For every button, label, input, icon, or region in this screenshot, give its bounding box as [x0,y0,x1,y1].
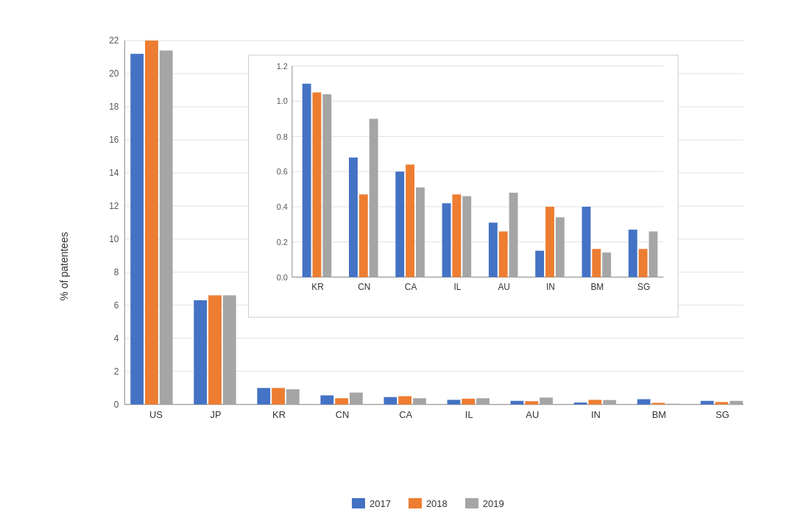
svg-text:14: 14 [109,167,119,177]
bar-CN-2019 [350,392,363,404]
inset-bar-BM-2017 [582,206,591,277]
bar-JP-2017 [194,300,207,405]
svg-text:22: 22 [109,35,119,46]
legend-color-2017 [352,498,365,508]
legend-label-2017: 2017 [370,498,391,509]
inset-bar-CA-2017 [395,171,404,277]
main-chart-svg: 0 2 4 6 8 10 12 14 16 18 20 22 US [81,31,751,472]
inset-bar-IL-2019 [462,196,471,277]
legend-label-2019: 2019 [483,498,504,509]
bar-KR-2017 [257,388,270,404]
svg-text:8: 8 [114,266,119,277]
bar-BM-2017 [637,399,651,404]
svg-text:BM: BM [590,282,604,292]
legend-color-2018 [409,498,422,508]
bar-KR-2019 [286,389,300,405]
bar-BM-2018 [651,402,665,404]
bar-IN-2017 [574,402,587,405]
legend-item-2017: 2017 [352,498,391,509]
bar-US-2017 [130,54,144,405]
chart-container: % of patentees 0 2 [29,16,766,517]
svg-text:CA: CA [405,282,417,292]
bar-CN-2017 [320,395,333,404]
svg-text:IN: IN [546,282,555,292]
svg-text:0: 0 [114,399,119,409]
svg-text:BM: BM [652,408,666,419]
bar-KR-2018 [272,388,285,404]
legend-label-2018: 2018 [426,498,448,509]
svg-text:0.0: 0.0 [277,272,288,281]
bar-BM-2019 [666,403,679,404]
bar-IL-2019 [476,398,490,405]
inset-bar-CA-2018 [406,164,414,277]
svg-text:AU: AU [498,282,509,292]
inset-bar-AU-2017 [489,222,498,277]
inset-bar-KR-2019 [322,94,331,277]
svg-text:SG: SG [716,408,729,419]
bar-SG-2019 [729,400,743,404]
inset-bar-AU-2018 [499,231,508,277]
inset-bar-IL-2017 [442,203,451,277]
inset-bar-SG-2017 [629,230,637,277]
bar-JP-2018 [208,295,222,404]
main-chart-area: 0 2 4 6 8 10 12 14 16 18 20 22 US [81,31,751,472]
svg-text:4: 4 [114,333,119,343]
svg-text:1.2: 1.2 [277,61,288,70]
svg-text:KR: KR [311,282,324,292]
svg-text:IL: IL [465,408,473,419]
bar-US-2018 [145,40,158,405]
inset-bar-IN-2019 [556,217,565,277]
legend-item-2019: 2019 [465,498,504,509]
svg-text:18: 18 [109,102,119,112]
bar-US-2019 [160,50,173,404]
inset-bar-CN-2017 [349,157,358,277]
svg-text:0.2: 0.2 [277,238,288,247]
inset-bar-AU-2019 [509,192,518,277]
inset-bar-KR-2018 [313,92,322,277]
y-axis-label: % of patentees [58,232,70,300]
svg-text:SG: SG [637,282,650,292]
inset-bar-CA-2019 [416,187,425,277]
legend-color-2019 [465,498,478,508]
bar-IL-2017 [448,400,461,404]
svg-text:JP: JP [210,408,221,419]
svg-text:0.4: 0.4 [277,202,288,210]
bar-AU-2018 [525,401,538,404]
svg-text:0.6: 0.6 [277,167,288,176]
inset-bar-IL-2018 [452,194,461,277]
svg-text:US: US [149,408,163,419]
bar-SG-2018 [716,402,729,404]
chart-legend: 2017 2018 2019 [352,498,504,509]
inset-bar-CN-2019 [370,118,378,277]
inset-bar-CN-2018 [359,194,368,277]
bar-AU-2019 [540,397,553,404]
svg-text:IN: IN [591,408,601,419]
inset-bar-SG-2019 [649,231,658,277]
svg-text:12: 12 [109,200,119,210]
svg-text:AU: AU [526,408,539,419]
bar-CA-2017 [384,397,397,404]
bar-IN-2018 [588,400,601,404]
legend-item-2018: 2018 [409,498,448,509]
bar-CA-2018 [398,396,411,404]
svg-text:CA: CA [399,408,412,419]
svg-text:IL: IL [453,282,461,292]
svg-text:CN: CN [336,408,350,419]
inset-bar-IN-2017 [535,250,544,277]
bar-AU-2017 [511,400,524,404]
svg-text:KR: KR [272,408,286,419]
svg-text:20: 20 [109,68,119,79]
inset-bar-BM-2019 [602,252,611,277]
svg-text:2: 2 [114,366,119,376]
bar-CN-2018 [335,398,348,405]
inset-bar-SG-2018 [639,249,648,277]
bar-IN-2019 [603,400,616,404]
svg-text:10: 10 [109,233,119,244]
bar-IL-2018 [462,398,475,404]
inset-bar-BM-2018 [592,249,601,277]
bar-SG-2017 [701,400,714,404]
inset-bar-IN-2018 [545,206,554,277]
inset-bar-KR-2017 [303,83,311,277]
svg-text:0.8: 0.8 [277,132,288,141]
bar-CA-2019 [413,398,426,405]
